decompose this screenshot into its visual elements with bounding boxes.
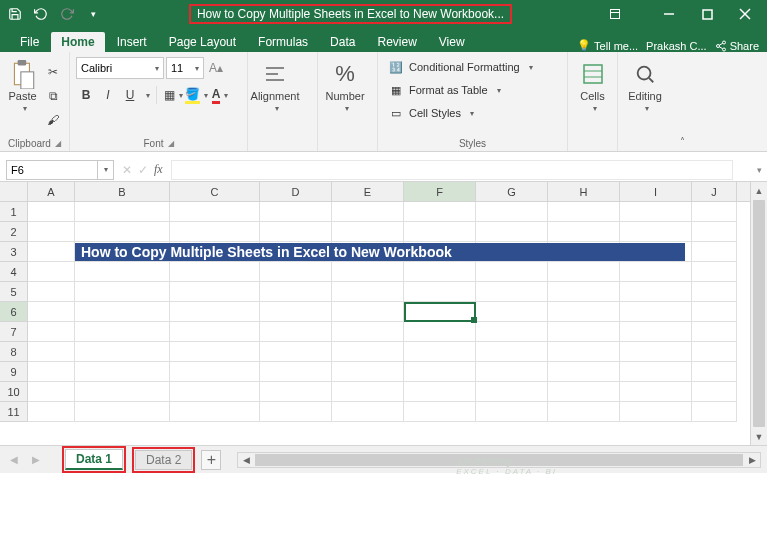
ribbon-options-icon[interactable]	[597, 3, 633, 25]
row-header[interactable]: 3	[0, 242, 28, 262]
cell[interactable]	[620, 362, 692, 382]
row-header[interactable]: 10	[0, 382, 28, 402]
cell[interactable]	[692, 202, 737, 222]
row-header[interactable]: 4	[0, 262, 28, 282]
enter-formula-icon[interactable]: ✓	[138, 163, 148, 177]
tab-view[interactable]: View	[429, 32, 475, 52]
cell[interactable]	[28, 202, 75, 222]
cell-grid[interactable]: How to Copy Multiple Sheets in Excel to …	[28, 202, 767, 422]
name-box-dropdown[interactable]: ▾	[98, 160, 114, 180]
cell[interactable]	[404, 402, 476, 422]
cell[interactable]	[404, 342, 476, 362]
column-header[interactable]: G	[476, 182, 548, 201]
column-header[interactable]: C	[170, 182, 260, 201]
cell-styles-button[interactable]: ▭Cell Styles▾	[384, 102, 537, 124]
cell[interactable]	[548, 322, 620, 342]
editing-button[interactable]: Editing ▾	[624, 56, 666, 113]
cell[interactable]	[476, 362, 548, 382]
cell[interactable]	[75, 282, 170, 302]
cell[interactable]	[75, 302, 170, 322]
cell[interactable]	[548, 302, 620, 322]
cell[interactable]	[28, 362, 75, 382]
column-header[interactable]: E	[332, 182, 404, 201]
cut-icon[interactable]: ✂	[43, 62, 63, 82]
row-header[interactable]: 9	[0, 362, 28, 382]
hscroll-thumb[interactable]	[255, 454, 743, 466]
name-box[interactable]: F6	[6, 160, 98, 180]
scroll-down-icon[interactable]: ▼	[751, 428, 767, 445]
row-header[interactable]: 1	[0, 202, 28, 222]
cell[interactable]	[170, 322, 260, 342]
cell[interactable]	[620, 202, 692, 222]
merged-title-cell[interactable]: How to Copy Multiple Sheets in Excel to …	[75, 243, 685, 262]
cell[interactable]	[620, 262, 692, 282]
cells-button[interactable]: Cells ▾	[574, 56, 611, 113]
cell[interactable]	[476, 382, 548, 402]
format-painter-icon[interactable]: 🖌	[43, 110, 63, 130]
scroll-up-icon[interactable]: ▲	[751, 182, 767, 199]
vertical-scrollbar[interactable]: ▲ ▼	[750, 182, 767, 445]
cell[interactable]	[476, 342, 548, 362]
cell[interactable]	[548, 262, 620, 282]
cell[interactable]	[332, 282, 404, 302]
fx-icon[interactable]: fx	[154, 162, 163, 177]
cell[interactable]	[548, 282, 620, 302]
cell[interactable]	[260, 342, 332, 362]
cell[interactable]	[28, 242, 75, 262]
cell[interactable]	[75, 222, 170, 242]
cell[interactable]	[404, 382, 476, 402]
redo-icon[interactable]	[56, 3, 78, 25]
cell[interactable]	[28, 342, 75, 362]
cell[interactable]	[170, 342, 260, 362]
cell[interactable]	[620, 342, 692, 362]
column-header[interactable]: F	[404, 182, 476, 201]
cell[interactable]	[404, 362, 476, 382]
cell[interactable]	[28, 302, 75, 322]
cell[interactable]	[332, 322, 404, 342]
cell[interactable]	[692, 402, 737, 422]
bold-button[interactable]: B	[76, 85, 96, 105]
cell[interactable]	[620, 402, 692, 422]
cell[interactable]	[28, 382, 75, 402]
scroll-right-icon[interactable]: ▶	[744, 453, 760, 467]
cell[interactable]	[260, 382, 332, 402]
cell[interactable]	[260, 222, 332, 242]
cell[interactable]	[75, 262, 170, 282]
cell[interactable]	[476, 322, 548, 342]
cell[interactable]	[332, 342, 404, 362]
cell[interactable]	[692, 242, 737, 262]
cell[interactable]	[332, 222, 404, 242]
cell[interactable]	[170, 402, 260, 422]
horizontal-scrollbar[interactable]: ◀ ▶	[237, 452, 761, 468]
cell[interactable]	[28, 322, 75, 342]
cell[interactable]	[548, 402, 620, 422]
cell[interactable]	[548, 222, 620, 242]
cell[interactable]	[548, 362, 620, 382]
font-color-icon[interactable]: A▾	[210, 85, 230, 105]
column-header[interactable]: D	[260, 182, 332, 201]
maximize-button[interactable]	[689, 3, 725, 25]
sheet-tab-data1[interactable]: Data 1	[65, 449, 123, 470]
cell[interactable]	[476, 402, 548, 422]
cell[interactable]	[332, 362, 404, 382]
tab-insert[interactable]: Insert	[107, 32, 157, 52]
cell[interactable]	[260, 262, 332, 282]
increase-font-icon[interactable]: A▴	[206, 58, 226, 78]
cell[interactable]	[332, 202, 404, 222]
dialog-launcher-icon[interactable]: ◢	[168, 139, 174, 148]
cell[interactable]	[620, 322, 692, 342]
cell[interactable]	[404, 262, 476, 282]
cell[interactable]	[75, 342, 170, 362]
borders-icon[interactable]: ▦▾	[163, 85, 183, 105]
cell[interactable]	[28, 282, 75, 302]
fill-handle[interactable]	[471, 317, 477, 323]
minimize-button[interactable]	[651, 3, 687, 25]
tab-nav-next-icon[interactable]: ▶	[28, 452, 44, 468]
user-account[interactable]: Prakash C...	[646, 40, 707, 52]
cell[interactable]	[404, 282, 476, 302]
row-header[interactable]: 7	[0, 322, 28, 342]
cell[interactable]	[75, 382, 170, 402]
cell[interactable]	[404, 202, 476, 222]
cell[interactable]	[260, 402, 332, 422]
cell[interactable]	[332, 382, 404, 402]
